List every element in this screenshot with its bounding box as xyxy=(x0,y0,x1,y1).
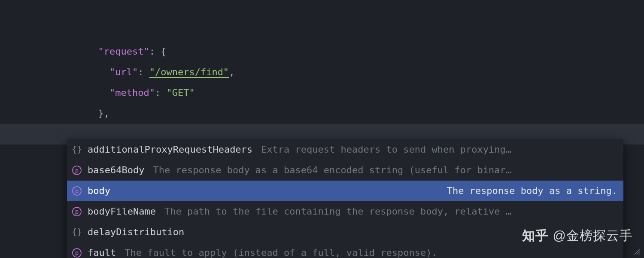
svg-text:p: p xyxy=(75,249,79,256)
svg-text:p: p xyxy=(75,167,79,174)
completion-item-name: delayDistribution xyxy=(88,222,184,243)
completion-item-name: additionalProxyRequestHeaders xyxy=(88,139,252,160)
braces-icon: {} xyxy=(71,227,82,238)
svg-text:{}: {} xyxy=(72,227,82,237)
code-line[interactable]: "request": { xyxy=(0,0,644,21)
svg-text:{}: {} xyxy=(72,144,82,154)
watermark: 知乎 @金榜探云手 xyxy=(522,225,633,246)
code-line[interactable]: "status": 200, xyxy=(0,103,644,124)
completion-item-name: base64Body xyxy=(88,160,144,181)
code-line[interactable]: "response": { xyxy=(0,83,644,103)
svg-text:p: p xyxy=(75,208,79,215)
code-line[interactable]: "url": "/owners/find", xyxy=(0,21,644,41)
completion-item[interactable]: pbase64BodyThe response body as a base64… xyxy=(67,160,623,181)
completion-item-desc: The path to the file containing the resp… xyxy=(164,201,617,222)
code-line[interactable]: "method": "GET" xyxy=(0,41,644,62)
completion-item-desc: Extra request headers to send when proxy… xyxy=(261,139,617,160)
property-icon: p xyxy=(71,206,82,217)
completion-item-name: fault xyxy=(88,243,116,258)
property-icon: p xyxy=(71,165,82,176)
braces-icon: {} xyxy=(71,144,82,155)
completion-item-name: body xyxy=(88,181,110,201)
watermark-brand: 知乎 xyxy=(522,225,549,246)
property-icon: p xyxy=(71,247,82,258)
property-icon: p xyxy=(71,185,82,197)
code-line[interactable]: }, xyxy=(0,62,644,83)
completion-item-desc: The response body as a string. xyxy=(447,181,617,201)
completion-item[interactable]: pbodyFileNameThe path to the file contai… xyxy=(67,201,623,222)
watermark-label: @金榜探云手 xyxy=(553,225,633,246)
completion-item[interactable]: {}additionalProxyRequestHeadersExtra req… xyxy=(67,139,623,160)
completion-item-selected[interactable]: pbodyThe response body as a string. xyxy=(67,181,623,201)
completion-item-name: bodyFileName xyxy=(88,201,156,222)
completion-item-desc: The response body as a base64 encoded st… xyxy=(153,160,617,181)
svg-text:p: p xyxy=(75,187,79,194)
resize-handle-icon[interactable] xyxy=(633,248,641,255)
